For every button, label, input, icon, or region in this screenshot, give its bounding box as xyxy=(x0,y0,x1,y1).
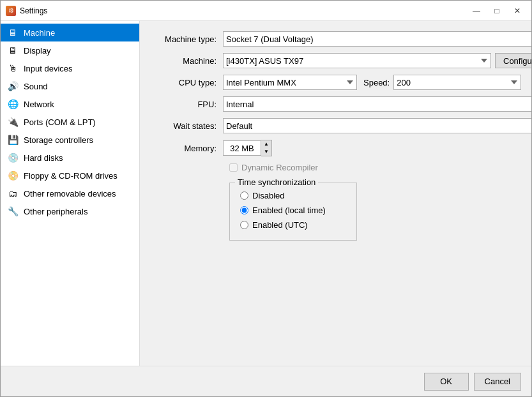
speed-label: Speed: xyxy=(363,78,390,87)
time-sync-section: Time synchronization Disabled Enabled (l… xyxy=(153,179,519,241)
ports-icon: 🔌 xyxy=(7,116,19,128)
radio-enabled-local-label: Enabled (local time) xyxy=(252,206,326,215)
wait-states-row: Wait states: Default xyxy=(153,118,519,133)
machine-label: Machine: xyxy=(153,56,223,66)
wait-states-select[interactable]: Default xyxy=(223,118,531,133)
input-icon: 🖱 xyxy=(7,63,19,74)
fpu-row: FPU: Internal xyxy=(153,96,519,112)
titlebar-controls: — □ ✕ xyxy=(467,4,526,17)
settings-window: ⚙ Settings — □ ✕ 🖥 Machine 🖥 Display 🖱 I… xyxy=(0,0,532,397)
wait-states-control: Default xyxy=(223,118,531,133)
sidebar-label-peripherals: Other peripherals xyxy=(24,207,87,216)
peripherals-icon: 🔧 xyxy=(7,206,19,217)
display-icon: 🖥 xyxy=(7,45,19,56)
sidebar-label-storage: Storage controllers xyxy=(24,135,93,145)
sidebar-label-input: Input devices xyxy=(24,64,73,73)
sidebar-item-storage[interactable]: 💾 Storage controllers xyxy=(1,131,139,149)
minimize-button[interactable]: — xyxy=(467,4,485,17)
memory-decrement-button[interactable]: ▼ xyxy=(261,148,271,156)
sidebar-item-ports[interactable]: 🔌 Ports (COM & LPT) xyxy=(1,113,139,131)
sidebar-item-other-removable[interactable]: 🗂 Other removable devices xyxy=(1,184,139,202)
sidebar: 🖥 Machine 🖥 Display 🖱 Input devices 🔊 So… xyxy=(1,21,140,366)
window-icon: ⚙ xyxy=(6,6,16,16)
radio-enabled-utc-label: Enabled (UTC) xyxy=(252,220,308,230)
hard-disk-icon: 💿 xyxy=(7,152,19,163)
cpu-type-select[interactable]: Intel Pentium MMX xyxy=(223,75,357,90)
memory-row: Memory: ▲ ▼ xyxy=(153,140,519,156)
fpu-control: Internal xyxy=(223,96,531,112)
sidebar-label-machine: Machine xyxy=(24,28,55,38)
sidebar-label-display: Display xyxy=(24,46,51,56)
wait-states-label: Wait states: xyxy=(153,121,223,131)
cpu-type-label: CPU type: xyxy=(153,78,223,87)
sidebar-item-peripherals[interactable]: 🔧 Other peripherals xyxy=(1,202,139,220)
machine-type-row: Machine type: Socket 7 (Dual Voltage) xyxy=(153,31,519,47)
footer: OK Cancel xyxy=(1,366,531,396)
sidebar-item-display[interactable]: 🖥 Display xyxy=(1,41,139,59)
cpu-type-row: CPU type: Intel Pentium MMX Speed: 200 xyxy=(153,75,519,90)
floppy-icon: 📀 xyxy=(7,170,19,181)
time-sync-legend: Time synchronization xyxy=(235,177,318,187)
dynamic-recompiler-row: Dynamic Recompiler xyxy=(153,163,519,172)
sidebar-item-network[interactable]: 🌐 Network xyxy=(1,95,139,113)
sidebar-label-sound: Sound xyxy=(24,82,48,91)
network-icon: 🌐 xyxy=(7,98,19,110)
radio-enabled-utc-row: Enabled (UTC) xyxy=(240,220,346,230)
fpu-select[interactable]: Internal xyxy=(223,96,531,112)
maximize-button[interactable]: □ xyxy=(488,4,506,17)
sidebar-item-floppy[interactable]: 📀 Floppy & CD-ROM drives xyxy=(1,167,139,184)
machine-icon: 🖥 xyxy=(7,27,19,38)
dynamic-recompiler-checkbox[interactable] xyxy=(229,163,238,172)
memory-control: ▲ ▼ xyxy=(223,140,519,156)
radio-disabled-row: Disabled xyxy=(240,191,346,200)
dynamic-recompiler-label: Dynamic Recompiler xyxy=(241,163,318,172)
sidebar-label-network: Network xyxy=(24,100,54,109)
machine-type-control: Socket 7 (Dual Voltage) xyxy=(223,31,531,47)
sidebar-label-hard-disks: Hard disks xyxy=(24,153,63,163)
sound-icon: 🔊 xyxy=(7,80,19,92)
machine-row: Machine: [i430TX] ASUS TX97 Configure xyxy=(153,53,519,68)
memory-spinner: ▲ ▼ xyxy=(261,140,272,156)
window-title: Settings xyxy=(20,6,467,15)
memory-spinner-group: ▲ ▼ xyxy=(223,140,272,156)
settings-panel: Machine type: Socket 7 (Dual Voltage) Ma… xyxy=(140,21,531,366)
cpu-type-control: Intel Pentium MMX Speed: 200 xyxy=(223,75,521,90)
sidebar-item-input[interactable]: 🖱 Input devices xyxy=(1,59,139,77)
speed-select[interactable]: 200 xyxy=(393,75,521,90)
sidebar-label-ports: Ports (COM & LPT) xyxy=(24,117,96,127)
machine-type-label: Machine type: xyxy=(153,34,223,44)
radio-enabled-utc[interactable] xyxy=(240,221,248,229)
removable-icon: 🗂 xyxy=(7,188,19,199)
fpu-label: FPU: xyxy=(153,100,223,109)
machine-type-select[interactable]: Socket 7 (Dual Voltage) xyxy=(223,31,531,47)
radio-enabled-local[interactable] xyxy=(240,206,248,214)
sidebar-item-hard-disks[interactable]: 💿 Hard disks xyxy=(1,149,139,167)
time-sync-group: Time synchronization Disabled Enabled (l… xyxy=(229,183,357,241)
sidebar-item-machine[interactable]: 🖥 Machine xyxy=(1,24,139,41)
radio-enabled-local-row: Enabled (local time) xyxy=(240,206,346,215)
main-content: 🖥 Machine 🖥 Display 🖱 Input devices 🔊 So… xyxy=(1,21,531,366)
sidebar-label-other-removable: Other removable devices xyxy=(24,189,116,198)
machine-select[interactable]: [i430TX] ASUS TX97 xyxy=(223,53,491,68)
memory-label: Memory: xyxy=(153,144,223,153)
close-button[interactable]: ✕ xyxy=(508,4,526,17)
sidebar-item-sound[interactable]: 🔊 Sound xyxy=(1,77,139,95)
sidebar-label-floppy: Floppy & CD-ROM drives xyxy=(24,171,118,181)
radio-disabled[interactable] xyxy=(240,191,248,200)
radio-disabled-label: Disabled xyxy=(252,191,285,200)
ok-button[interactable]: OK xyxy=(424,373,469,391)
storage-icon: 💾 xyxy=(7,134,19,146)
memory-input[interactable] xyxy=(223,140,261,156)
memory-increment-button[interactable]: ▲ xyxy=(261,140,271,148)
cancel-button[interactable]: Cancel xyxy=(474,373,521,391)
titlebar: ⚙ Settings — □ ✕ xyxy=(1,1,531,21)
machine-control: [i430TX] ASUS TX97 Configure xyxy=(223,53,531,68)
configure-button[interactable]: Configure xyxy=(495,53,531,68)
